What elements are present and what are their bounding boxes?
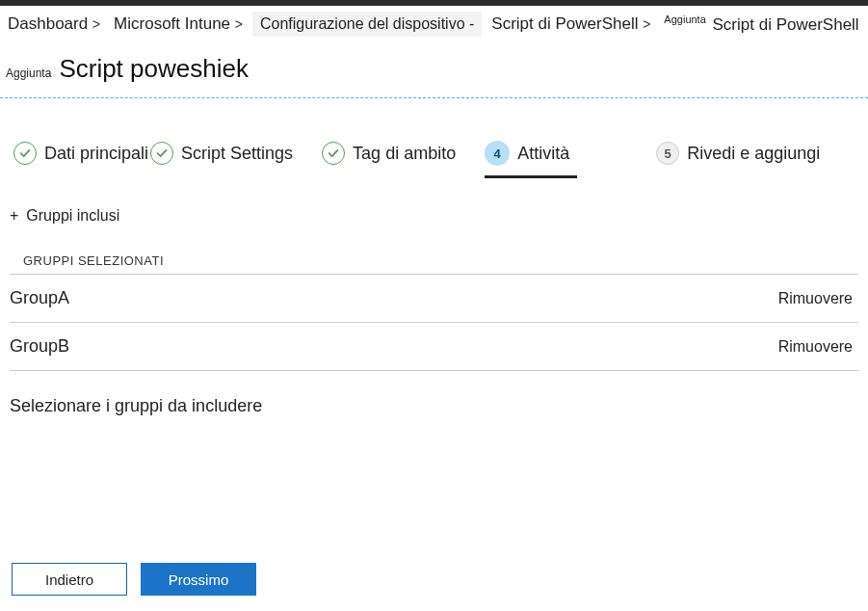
step-assignments[interactable]: 4 Attività <box>485 141 577 178</box>
breadcrumb-label: Configurazione del dispositivo - <box>260 15 474 32</box>
breadcrumb-prefix: Aggiunta <box>664 13 705 25</box>
page-title: Script poweshiek <box>59 54 249 84</box>
assignments-section: + Gruppi inclusi Gruppi selezionati Grou… <box>0 178 868 416</box>
breadcrumb-label: Script di PowerShell <box>713 15 859 34</box>
step-label: Script Settings <box>181 144 293 164</box>
group-name: GroupB <box>10 336 69 357</box>
page-title-row: Aggiunta Script poweshiek <box>0 42 868 97</box>
breadcrumb-item-add-script[interactable]: Aggiunta Script di PowerShell <box>660 12 862 37</box>
breadcrumb-label: Dashboard <box>8 14 88 33</box>
selected-groups-header: Gruppi selezionati <box>23 253 858 268</box>
step-label: Tag di ambito <box>353 144 456 164</box>
step-number-icon: 4 <box>485 141 510 166</box>
next-button[interactable]: Prossimo <box>141 563 256 596</box>
breadcrumb-item-device-config[interactable]: Configurazione del dispositivo - <box>252 12 482 37</box>
breadcrumb-label: Microsoft Intune <box>114 14 230 33</box>
remove-group-link[interactable]: Rimuovere <box>778 290 853 307</box>
breadcrumb-item-powershell-scripts[interactable]: Script di PowerShell > <box>487 13 654 36</box>
wizard-footer: Indietro Prossimo <box>12 563 256 596</box>
check-icon <box>13 142 37 165</box>
add-group-label: Gruppi inclusi <box>26 207 119 225</box>
step-basics[interactable]: Dati principali <box>13 142 156 177</box>
step-label: Dati principali <box>44 144 148 164</box>
breadcrumb-sep: > <box>643 16 650 32</box>
divider <box>10 370 858 371</box>
table-row: GroupA Rimuovere <box>10 274 858 322</box>
plus-icon: + <box>10 208 18 224</box>
breadcrumb: Dashboard > Microsoft Intune > Configura… <box>0 6 868 42</box>
step-script-settings[interactable]: Script Settings <box>150 142 301 177</box>
breadcrumb-item-dashboard[interactable]: Dashboard > <box>4 13 104 36</box>
back-button[interactable]: Indietro <box>12 563 127 596</box>
group-name: GroupA <box>10 288 69 308</box>
breadcrumb-sep: > <box>92 16 100 32</box>
remove-group-link[interactable]: Rimuovere <box>778 338 853 356</box>
step-label: Rivedi e aggiungi <box>687 144 820 164</box>
page-title-prefix: Aggiunta <box>6 66 51 80</box>
add-included-groups-button[interactable]: + Gruppi inclusi <box>10 207 119 228</box>
step-label: Attività <box>517 144 569 164</box>
check-icon <box>150 142 173 165</box>
breadcrumb-label: Script di PowerShell <box>491 14 638 33</box>
select-groups-link[interactable]: Selezionare i gruppi da includere <box>10 396 858 416</box>
table-row: GroupB Rimuovere <box>10 322 858 370</box>
breadcrumb-item-intune[interactable]: Microsoft Intune > <box>110 13 247 36</box>
check-icon <box>322 142 345 165</box>
breadcrumb-sep: > <box>235 16 243 32</box>
wizard-steps: Dati principali Script Settings Tag di a… <box>0 98 868 178</box>
step-number-icon: 5 <box>656 142 679 165</box>
step-scope-tags[interactable]: Tag di ambito <box>322 142 463 177</box>
step-review[interactable]: 5 Rivedi e aggiungi <box>656 142 828 177</box>
